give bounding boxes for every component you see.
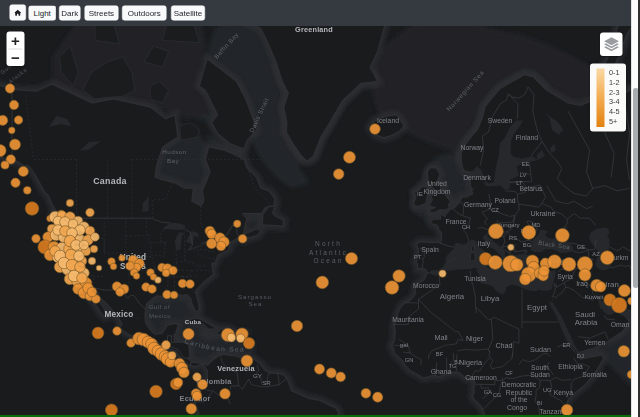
svg-text:Denmark: Denmark bbox=[463, 174, 491, 181]
svg-text:PT: PT bbox=[414, 253, 422, 260]
svg-text:Tunisia: Tunisia bbox=[464, 275, 486, 282]
svg-text:Hudson: Hudson bbox=[162, 148, 186, 155]
svg-text:Mali: Mali bbox=[434, 333, 448, 342]
svg-text:Norway: Norway bbox=[460, 144, 484, 152]
svg-text:EE: EE bbox=[522, 161, 530, 167]
svg-text:gal: gal bbox=[400, 341, 408, 348]
svg-text:RS: RS bbox=[509, 235, 517, 241]
svg-text:AZ: AZ bbox=[592, 251, 600, 257]
svg-text:CF: CF bbox=[505, 370, 513, 376]
svg-text:Iceland: Iceland bbox=[377, 117, 399, 124]
svg-text:Sudan: Sudan bbox=[530, 345, 551, 354]
svg-text:CZ: CZ bbox=[491, 207, 499, 213]
svg-text:CG: CG bbox=[493, 392, 502, 398]
svg-text:UG: UG bbox=[543, 387, 552, 393]
svg-text:Algeria: Algeria bbox=[440, 292, 465, 301]
svg-text:GA: GA bbox=[484, 389, 493, 395]
svg-text:LV: LV bbox=[520, 172, 527, 178]
svg-text:Cameroon: Cameroon bbox=[465, 374, 497, 381]
svg-text:Somalia: Somalia bbox=[582, 371, 607, 378]
svg-text:Niger: Niger bbox=[466, 334, 484, 343]
svg-text:Ethiopia: Ethiopia bbox=[558, 363, 583, 371]
svg-text:Germany: Germany bbox=[464, 201, 493, 209]
svg-text:Italy: Italy bbox=[478, 240, 491, 248]
svg-text:United: United bbox=[427, 180, 447, 187]
svg-text:Greenland: Greenland bbox=[295, 25, 333, 34]
svg-text:CH: CH bbox=[462, 224, 470, 230]
svg-text:of the: of the bbox=[510, 396, 527, 403]
svg-text:Libya: Libya bbox=[481, 294, 500, 303]
svg-text:Sargasso: Sargasso bbox=[238, 293, 272, 300]
svg-text:Spain: Spain bbox=[421, 246, 439, 254]
svg-text:Finland: Finland bbox=[516, 134, 539, 141]
svg-text:Yemen: Yemen bbox=[584, 339, 605, 346]
svg-text:Sweden: Sweden bbox=[488, 117, 513, 124]
svg-text:Iran: Iran bbox=[605, 280, 618, 289]
svg-text:BI: BI bbox=[537, 400, 542, 406]
svg-text:Arabia: Arabia bbox=[575, 318, 598, 327]
svg-text:Canada: Canada bbox=[93, 176, 127, 186]
svg-text:Morocco: Morocco bbox=[413, 282, 439, 289]
svg-text:Gulf of: Gulf of bbox=[149, 304, 170, 310]
svg-text:DJ: DJ bbox=[577, 353, 584, 359]
svg-text:BG: BG bbox=[523, 242, 532, 248]
svg-text:IE: IE bbox=[417, 190, 423, 197]
svg-text:Sudan: Sudan bbox=[530, 371, 550, 378]
svg-text:Democratic: Democratic bbox=[502, 381, 537, 388]
svg-text:Ukraine: Ukraine bbox=[531, 209, 556, 218]
svg-text:Chad: Chad bbox=[495, 341, 512, 350]
svg-text:Congo: Congo bbox=[507, 404, 527, 412]
svg-text:South: South bbox=[531, 364, 549, 371]
svg-text:Belarus: Belarus bbox=[519, 185, 543, 192]
svg-text:Mexico: Mexico bbox=[105, 310, 134, 319]
svg-text:Syria: Syria bbox=[557, 273, 573, 281]
svg-text:Cuba: Cuba bbox=[185, 318, 202, 325]
svg-text:North: North bbox=[315, 240, 342, 247]
svg-text:GY: GY bbox=[253, 372, 262, 379]
svg-text:Bay: Bay bbox=[167, 157, 180, 164]
svg-text:Atlantic: Atlantic bbox=[309, 249, 348, 256]
svg-text:Egypt: Egypt bbox=[527, 303, 548, 312]
svg-text:Mexico: Mexico bbox=[149, 313, 171, 319]
svg-text:GN: GN bbox=[405, 357, 414, 363]
svg-text:Kuwait: Kuwait bbox=[585, 293, 604, 300]
svg-text:Ocean: Ocean bbox=[313, 257, 343, 264]
svg-text:Kenya: Kenya bbox=[554, 389, 573, 397]
svg-text:BJ: BJ bbox=[454, 359, 461, 365]
svg-text:ER: ER bbox=[562, 342, 570, 348]
svg-text:Kingdom: Kingdom bbox=[424, 188, 451, 196]
svg-text:BF: BF bbox=[436, 351, 444, 357]
svg-text:SR: SR bbox=[262, 379, 271, 386]
svg-text:Oman: Oman bbox=[611, 321, 630, 328]
svg-text:Ghana: Ghana bbox=[431, 368, 452, 375]
svg-text:Nigeria: Nigeria bbox=[459, 358, 482, 367]
svg-text:GE: GE bbox=[577, 244, 586, 250]
svg-text:Sea: Sea bbox=[248, 300, 262, 307]
svg-text:Poland: Poland bbox=[494, 197, 515, 204]
svg-text:Mauritania: Mauritania bbox=[392, 316, 424, 323]
